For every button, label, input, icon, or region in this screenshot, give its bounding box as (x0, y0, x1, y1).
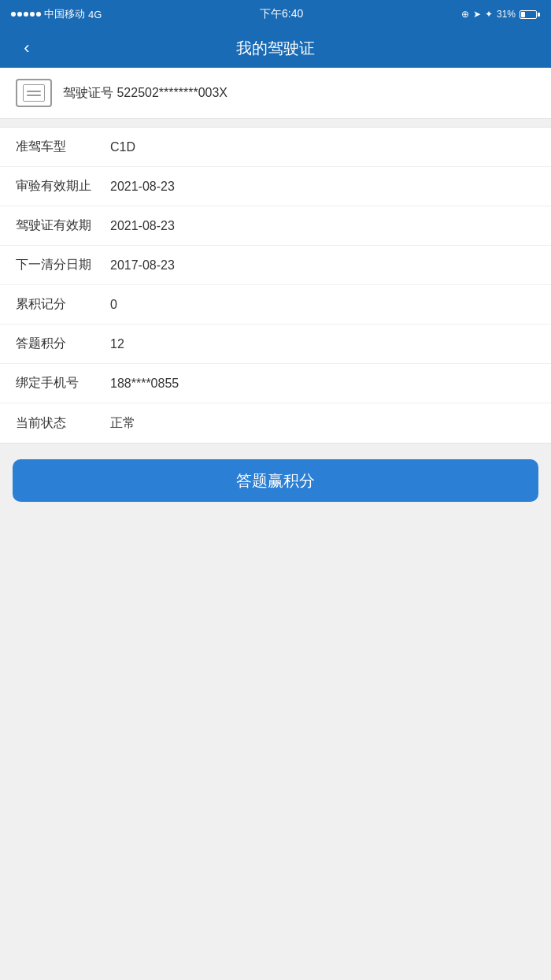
license-number-value: 522502********003X (116, 86, 227, 99)
field-label: 驾驶证有效期 (16, 217, 110, 234)
info-section: 准驾车型C1D审验有效期止2021-08-23驾驶证有效期2021-08-23下… (0, 127, 551, 444)
field-value: 正常 (110, 415, 135, 432)
field-label: 下一清分日期 (16, 257, 110, 273)
signal-icon (11, 12, 41, 17)
info-row: 累积记分0 (0, 285, 551, 325)
license-card-icon (16, 79, 52, 107)
info-row: 准驾车型C1D (0, 128, 551, 167)
field-value: 2021-08-23 (110, 219, 175, 233)
battery-icon (520, 10, 540, 19)
field-value: 188****0855 (110, 377, 179, 391)
field-value: 12 (110, 337, 124, 351)
page-title: 我的驾驶证 (236, 38, 315, 59)
lock-icon: ⊕ (461, 9, 469, 20)
info-row: 答题积分12 (0, 325, 551, 364)
field-value: 2021-08-23 (110, 180, 175, 194)
field-label: 准驾车型 (16, 139, 110, 155)
battery-percent: 31% (497, 9, 516, 20)
info-row: 审验有效期止2021-08-23 (0, 167, 551, 206)
info-row: 驾驶证有效期2021-08-23 (0, 206, 551, 246)
field-value: C1D (110, 140, 135, 154)
back-button[interactable]: ‹ (13, 34, 41, 62)
status-left: 中国移动 4G (11, 7, 102, 21)
bluetooth-icon: ✦ (485, 9, 493, 20)
field-value: 0 (110, 298, 117, 312)
info-row: 当前状态正常 (0, 403, 551, 443)
status-right: ⊕ ➤ ✦ 31% (461, 9, 540, 20)
nav-bar: ‹ 我的驾驶证 (0, 28, 551, 68)
btn-section: 答题赢积分 (0, 444, 551, 518)
info-row: 绑定手机号188****0855 (0, 364, 551, 403)
info-row: 下一清分日期2017-08-23 (0, 246, 551, 285)
license-card-row: 驾驶证号 522502********003X (0, 68, 551, 119)
quiz-button[interactable]: 答题赢积分 (13, 459, 538, 502)
license-number-label: 驾驶证号 522502********003X (63, 85, 227, 102)
field-label: 答题积分 (16, 336, 110, 352)
field-label: 审验有效期止 (16, 178, 110, 195)
field-label: 累积记分 (16, 296, 110, 313)
location-icon: ➤ (473, 9, 481, 20)
field-label: 当前状态 (16, 415, 110, 432)
field-value: 2017-08-23 (110, 258, 175, 273)
carrier-label: 中国移动 (44, 7, 85, 21)
status-bar: 中国移动 4G 下午6:40 ⊕ ➤ ✦ 31% (0, 0, 551, 28)
status-time: 下午6:40 (260, 7, 303, 21)
network-label: 4G (88, 9, 102, 20)
back-icon: ‹ (24, 38, 29, 58)
field-label: 绑定手机号 (16, 375, 110, 392)
main-content (0, 518, 551, 980)
